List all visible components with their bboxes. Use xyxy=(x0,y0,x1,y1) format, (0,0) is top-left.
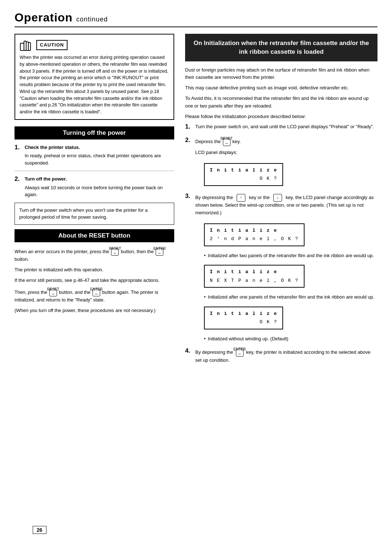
step4-enter-key-btn: ⎯ xyxy=(236,349,244,357)
step4-enter-wrap: ENTER ⎯ xyxy=(236,347,244,357)
lcd4-value: O K ? xyxy=(210,319,277,326)
reset-text1: When an error occurs in the printer, pre… xyxy=(15,247,174,263)
page-number: 26 xyxy=(33,526,46,534)
caution-box: CAUTION When the printer was occurred an… xyxy=(15,34,174,120)
step2-lcd-label: LCD panel displays: xyxy=(195,149,377,157)
reset-key-wrap-1: RESET ⎯ xyxy=(111,247,119,256)
lcd-box-3: I n i t i a l i z e N E X T P a n e l , … xyxy=(204,265,305,288)
turning-off-header: Turning off the power xyxy=(15,126,174,139)
title-text: Operation xyxy=(15,11,73,24)
right-column: On Initialization when the retransfer fi… xyxy=(185,34,377,370)
step2-reset-key-btn: ⎯ xyxy=(223,138,230,146)
lcd2-value: 2 ' n d P a n e l , O K ? xyxy=(210,235,299,243)
right-step4-text: By depressing the ENTER ⎯ key, the print… xyxy=(195,347,377,364)
lcd3-value: N E X T P a n e l , O K ? xyxy=(210,277,299,284)
page-title: Operation continued xyxy=(15,11,377,27)
caution-label: CAUTION xyxy=(36,40,68,50)
intro4: Please follow the initialization procedu… xyxy=(185,113,377,121)
enter-key-btn-2: ⎯ xyxy=(93,289,100,297)
lcd3-title: I n i t i a l i z e xyxy=(210,268,299,276)
reset-key-btn-2: ⎯ xyxy=(49,289,57,297)
step2-sub: Turn off the power. xyxy=(25,175,174,183)
lcd1-title: I n i t i a l i z e xyxy=(210,167,277,174)
lcd-box-1: I n i t i a l i z e O K ? xyxy=(204,163,283,186)
lcd-box-2: I n i t i a l i z e 2 ' n d P a n e l , … xyxy=(204,223,305,246)
note-box: Turn off the power switch when you won't… xyxy=(15,203,174,225)
right-step-3: 3. By depressing the ↑ key or the ↓ key,… xyxy=(185,193,377,345)
intro2: This may cause defective printing such a… xyxy=(185,84,377,92)
step1-text: In ready, preheat or error status, check… xyxy=(25,152,174,166)
left-column: CAUTION When the printer was occurred an… xyxy=(15,34,174,370)
step3-up-wrap: ↑ xyxy=(237,193,246,202)
step3-down-wrap: ↓ xyxy=(273,193,282,202)
bullet-2: • Initialized after one panels of the re… xyxy=(204,293,377,301)
note-text: Turn off the power switch when you won't… xyxy=(19,207,148,220)
enter-key-wrap-2: ENTER ⎯ xyxy=(93,287,100,297)
right-step3-text: By depressing the ↑ key or the ↓ key, th… xyxy=(195,193,377,217)
reset-text2: The printer is initialized with this ope… xyxy=(15,266,174,274)
step-2: 2. Turn off the power. Always wait 10 se… xyxy=(15,175,174,198)
enter-key-btn: ⎯ xyxy=(156,248,163,256)
intro1: Dust or foreign particles may attach on … xyxy=(185,66,377,82)
step3-up-btn: ↑ xyxy=(237,194,246,202)
right-step1-text: Turn the power switch on, and wait until… xyxy=(195,123,377,131)
caution-text: When the printer was occurred an error d… xyxy=(20,55,168,114)
page-body: Operation continued CAUTION W xyxy=(15,11,377,541)
right-step2-text: Depress the RESET ⎯ key. xyxy=(195,137,377,146)
bullet-1: • Initialized after two panels of the re… xyxy=(204,252,377,259)
right-step-1: 1. Turn the power switch on, and wait un… xyxy=(185,123,377,134)
reset-text5: (When you turn off the power, these proc… xyxy=(15,307,174,315)
lcd4-title: I n i t i a l i z e xyxy=(210,310,277,317)
reset-key-btn: ⎯ xyxy=(111,248,119,256)
step-1: 1. Check the printer status. In ready, p… xyxy=(15,144,174,167)
right-step-4: 4. By depressing the ENTER ⎯ key, the pr… xyxy=(185,347,377,367)
step2-text: Always wait 10 seconds or more before tu… xyxy=(25,184,174,198)
lcd1-value: O K ? xyxy=(210,175,277,182)
reset-key-wrap-2: RESET ⎯ xyxy=(49,287,57,297)
title-suffix: continued xyxy=(76,16,108,23)
divider-1 xyxy=(15,171,174,171)
step3-down-btn: ↓ xyxy=(273,194,282,202)
svg-rect-3 xyxy=(28,42,30,50)
caution-hand-icon xyxy=(20,38,33,52)
right-step-2: 2. Depress the RESET ⎯ key. LCD panel di… xyxy=(185,137,377,189)
enter-key-wrap-1: ENTER ⎯ xyxy=(156,247,163,256)
lcd-box-4: I n i t i a l i z e O K ? xyxy=(204,307,283,329)
intro3: To Avoid this, it is recommended that th… xyxy=(185,95,377,110)
reset-text4: Then, press the RESET ⎯ button, and the … xyxy=(15,287,174,304)
svg-rect-0 xyxy=(20,43,24,50)
bullet-3: • Initialized without winding up. (Defau… xyxy=(204,335,377,343)
step2-reset-wrap: RESET ⎯ xyxy=(223,137,230,146)
right-header: On Initialization when the retransfer fi… xyxy=(185,34,377,61)
reset-header: About the RESET button xyxy=(15,229,174,242)
lcd2-title: I n i t i a l i z e xyxy=(210,227,299,234)
caution-header: CAUTION xyxy=(20,38,169,52)
main-content: CAUTION When the printer was occurred an… xyxy=(15,34,377,370)
step1-sub: Check the printer status. xyxy=(25,144,174,151)
reset-text3: If the error still persists, see p.46-47… xyxy=(15,277,174,284)
